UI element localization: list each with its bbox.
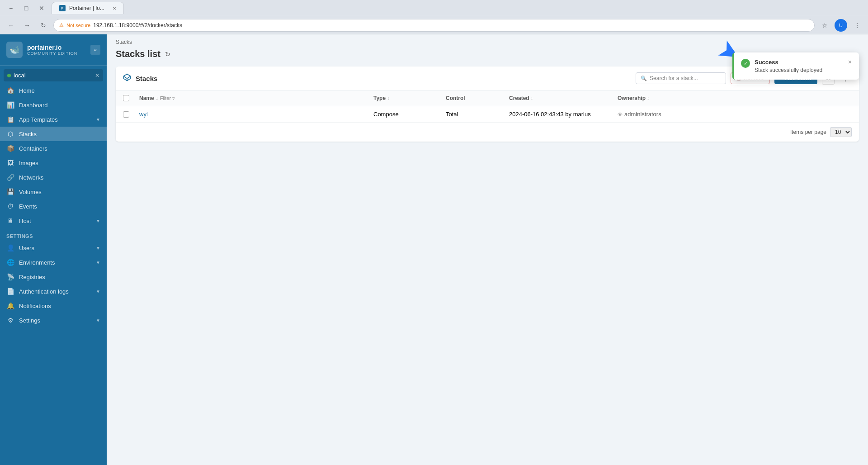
sidebar-item-stacks[interactable]: ⬡ Stacks [0,127,107,141]
sidebar-item-auth-logs-label: Authentication logs [19,288,91,295]
name-sort-icon[interactable]: ↓ [156,96,158,101]
sidebar-item-notifications[interactable]: 🔔 Notifications [0,299,107,313]
row-created: 2024-06-16 02:43:43 by marius [509,111,618,118]
sidebar-item-images[interactable]: 🖼 Images [0,156,107,170]
host-chevron-icon: ▼ [96,218,100,223]
panel-stacks-icon [123,73,131,83]
browser-tab-bar: − □ ✕ P Portainer | lo... ✕ [0,0,868,16]
sidebar-item-containers-label: Containers [19,145,100,152]
profile-btn[interactable]: U [835,19,847,32]
address-bar-row: ← → ↻ ⚠ Not secure 192.168.1.18:9000/#/2… [0,16,868,34]
refresh-btn[interactable]: ↻ [165,51,170,58]
table-footer: Items per page 10 25 50 [116,123,859,142]
th-ownership-label: Ownership [618,95,646,101]
auth-logs-icon: 📄 [6,288,14,295]
th-name: Name ↓ Filter ▿ [139,95,373,101]
sidebar-item-settings[interactable]: ⚙ Settings ▼ [0,313,107,327]
page-title: Stacks list [116,49,160,59]
sidebar-item-networks-label: Networks [19,174,100,181]
env-name-label: local [14,72,92,79]
sidebar-item-home[interactable]: 🏠 Home [0,83,107,98]
forward-btn[interactable]: → [21,19,33,32]
close-btn[interactable]: ✕ [35,2,48,14]
sidebar-item-host[interactable]: 🖥 Host ▼ [0,214,107,228]
maximize-btn[interactable]: □ [20,2,33,14]
type-sort-icon[interactable]: ↕ [387,96,389,101]
logo-text-block: portainer.io COMMUNITY EDITION [27,44,77,56]
containers-icon: 📦 [6,145,14,152]
th-created: Created ↕ [509,95,618,101]
th-created-label: Created [509,95,529,101]
th-type: Type ↕ [373,95,446,101]
sidebar-collapse-btn[interactable]: « [90,45,100,55]
table-row: wyl Compose Total 2024-06-16 02:43:43 by… [116,106,859,123]
filter-icon: ▿ [172,95,175,101]
sidebar-item-registries[interactable]: 📡 Registries [0,270,107,284]
th-control: Control [446,95,509,101]
sidebar-item-users[interactable]: 👤 Users ▼ [0,241,107,255]
tab-bar: P Portainer | lo... ✕ [52,2,124,14]
auth-logs-chevron-icon: ▼ [96,289,100,294]
search-box[interactable]: 🔍 Search for a stack... [636,72,726,84]
sidebar-item-auth-logs[interactable]: 📄 Authentication logs ▼ [0,284,107,299]
environments-icon: 🌐 [6,259,14,266]
sidebar-item-users-label: Users [19,245,91,251]
env-status-dot [7,74,11,77]
search-placeholder: Search for a stack... [650,75,698,81]
dashboard-icon: 📊 [6,101,14,109]
row-name: wyl [139,111,373,118]
env-close-btn[interactable]: ✕ [95,72,99,79]
events-icon: ⏱ [6,203,14,210]
env-section[interactable]: local ✕ [4,69,103,81]
sidebar: 🐋 portainer.io COMMUNITY EDITION « local… [0,34,107,465]
sidebar-item-app-templates[interactable]: 📋 App Templates ▼ [0,112,107,127]
toast-close-button[interactable]: × [848,59,852,65]
sidebar-item-networks[interactable]: 🔗 Networks [0,170,107,185]
sidebar-item-stacks-label: Stacks [19,131,100,138]
sidebar-item-volumes-label: Volumes [19,189,100,195]
sidebar-item-containers[interactable]: 📦 Containers [0,141,107,156]
sidebar-item-dashboard[interactable]: 📊 Dashboard [0,98,107,112]
environments-chevron-icon: ▼ [96,260,100,265]
sidebar-logo: 🐋 portainer.io COMMUNITY EDITION « [0,34,107,66]
ownership-sort-icon[interactable]: ↕ [647,96,649,101]
notifications-icon: 🔔 [6,302,14,309]
row-control: Total [446,111,509,118]
row-checkbox [123,111,139,118]
filter-button[interactable]: Filter ▿ [160,95,175,101]
back-btn[interactable]: ← [5,19,17,32]
reload-btn[interactable]: ↻ [37,19,50,32]
logo-icon: 🐋 [6,42,23,58]
th-checkbox [123,95,139,101]
tab-close-icon[interactable]: ✕ [113,6,116,11]
registries-icon: 📡 [6,273,14,280]
sidebar-item-volumes[interactable]: 💾 Volumes [0,185,107,199]
table-header: Name ↓ Filter ▿ Type ↕ Control Created ↕ [116,90,859,106]
app-templates-chevron-icon: ▼ [96,117,100,122]
sidebar-item-notifications-label: Notifications [19,303,100,309]
items-per-page-select[interactable]: 10 25 50 [830,127,852,137]
ownership-label: administrators [624,111,661,118]
row-ownership: 👁 administrators [618,111,852,118]
sidebar-item-registries-label: Registries [19,274,100,280]
th-ownership: Ownership ↕ [618,95,852,101]
security-icon: ⚠ [59,22,64,28]
sidebar-item-events[interactable]: ⏱ Events [0,199,107,214]
tab-favicon: P [59,5,66,11]
address-bar[interactable]: ⚠ Not secure 192.168.1.18:9000/#/2/docke… [53,19,815,32]
tab-title: Portainer | lo... [69,5,104,11]
row-select-checkbox[interactable] [123,111,129,118]
settings-icon: ⚙ [6,317,14,324]
toast-message: Stack successfully deployed [755,67,844,73]
users-icon: 👤 [6,244,14,251]
created-sort-icon[interactable]: ↕ [531,96,533,101]
chrome-menu-btn[interactable]: ⋮ [851,19,863,32]
stack-name-link[interactable]: wyl [139,111,148,118]
minimize-btn[interactable]: − [5,2,17,14]
toast-content: Success Stack successfully deployed [755,59,844,73]
select-all-checkbox[interactable] [123,95,129,101]
bookmark-btn[interactable]: ☆ [818,19,831,32]
active-tab[interactable]: P Portainer | lo... ✕ [52,2,124,14]
sidebar-item-app-templates-label: App Templates [19,116,91,123]
sidebar-item-environments[interactable]: 🌐 Environments ▼ [0,255,107,270]
